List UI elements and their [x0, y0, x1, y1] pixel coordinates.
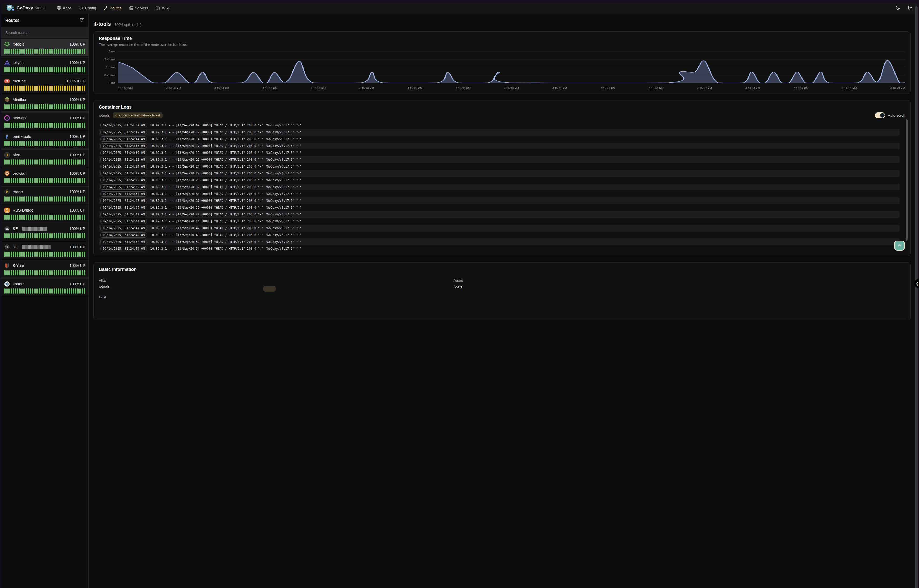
response-time-title: Response Time — [99, 36, 460, 41]
health-bar — [60, 233, 61, 238]
health-bar — [32, 86, 34, 91]
health-bar — [26, 289, 27, 294]
health-bar — [4, 270, 5, 275]
health-bar — [64, 104, 66, 109]
nav-item-servers[interactable]: Servers — [129, 6, 149, 10]
health-bar — [71, 215, 72, 220]
health-bar — [67, 86, 68, 91]
health-bar — [43, 104, 44, 109]
log-row: 09/14/2025, 01:24:42 AM10.89.3.1 - - [13… — [99, 211, 460, 218]
health-bar — [84, 67, 85, 73]
health-bar — [43, 123, 44, 128]
health-bar — [52, 215, 53, 220]
health-bar — [62, 178, 63, 183]
route-item-prowlarr[interactable]: prowlarr100% UP — [1, 168, 88, 186]
route-name: new-api — [13, 116, 27, 120]
health-bar — [30, 104, 31, 109]
route-item-plex[interactable]: plex100% UP — [1, 149, 88, 167]
nav-item-config[interactable]: Config — [79, 6, 96, 10]
health-bar — [64, 86, 66, 91]
health-bar — [69, 67, 70, 73]
search-input[interactable] — [1, 27, 88, 38]
chart-y-axis: 3 ms2.25 ms1.5 ms0.75 ms0 ms — [99, 50, 118, 85]
route-item-jellyfin[interactable]: jellyfin100% UP — [1, 57, 88, 75]
health-bar — [49, 86, 50, 91]
funnel-icon[interactable] — [79, 18, 84, 23]
health-bar — [36, 159, 38, 165]
health-bar — [21, 289, 23, 294]
health-bar — [73, 104, 74, 109]
log-timestamp: 09/14/2025, 01:24:39 AM — [100, 205, 147, 210]
log-message: 10.89.3.1 - - [13/Sep/20:27 +0000] "HEAD… — [150, 171, 302, 175]
health-bar — [84, 141, 85, 146]
basic-information-card: Basic Information Alias it-tools Agent N… — [93, 262, 460, 294]
nav-item-routes[interactable]: Routes — [103, 6, 122, 10]
health-bar — [77, 141, 79, 146]
health-bar — [62, 86, 63, 91]
health-bar — [56, 270, 57, 275]
route-item-metube[interactable]: metube100% IDLE — [1, 76, 88, 93]
health-bar — [11, 289, 12, 294]
log-timestamp: 09/14/2025, 01:24:17 AM — [100, 143, 147, 149]
route-item-it-tools[interactable]: it-tools100% UP — [1, 39, 88, 57]
health-bar — [36, 49, 38, 54]
health-bar — [15, 86, 16, 91]
health-bar — [54, 104, 55, 109]
health-bar — [34, 86, 36, 91]
uptime-text: 100% uptime (1h) — [115, 23, 142, 27]
route-item-miniflux[interactable]: Miniflux100% UP — [1, 94, 88, 112]
log-row: 09/14/2025, 01:24:09 AM10.89.3.1 - - [13… — [99, 122, 460, 129]
health-bar — [13, 289, 14, 294]
health-bar — [62, 270, 63, 275]
route-name: omni-tools — [13, 134, 31, 139]
health-bar — [32, 178, 34, 183]
health-bar — [21, 196, 23, 202]
health-bar — [23, 215, 25, 220]
app-window: GoDoxy v0.18.0 AppsConfigRoutesServersWi… — [1, 3, 460, 294]
health-bar — [36, 86, 38, 91]
health-bar — [84, 215, 85, 220]
route-item-sonarr[interactable]: sonarr100% UP — [1, 278, 88, 294]
route-item-radarr[interactable]: radarr100% UP — [1, 186, 88, 204]
health-bar — [15, 289, 16, 294]
health-bar — [56, 215, 57, 220]
route-name: prowlarr — [13, 171, 27, 176]
health-bar — [8, 141, 10, 146]
health-bar — [41, 123, 42, 128]
health-bar — [4, 104, 5, 109]
health-bar — [77, 178, 79, 183]
route-status: 100% UP — [69, 282, 85, 286]
x-axis-tick: 4:14:53 PM — [118, 87, 132, 91]
route-item-new-api[interactable]: new-api100% UP — [1, 113, 88, 130]
health-bar — [21, 178, 23, 183]
route-item-omni-tools[interactable]: omni-tools100% UP — [1, 131, 88, 149]
health-bar — [28, 289, 29, 294]
health-bar — [47, 49, 48, 54]
log-message: 10.89.3.1 - - [13/Sep/20:52 +0000] "HEAD… — [150, 240, 302, 244]
log-timestamp: 09/14/2025, 01:24:09 AM — [100, 123, 147, 128]
route-item-rss-bridge[interactable]: rssBridge RSS-Bridge100% UP — [1, 205, 88, 222]
nav-item-apps[interactable]: Apps — [57, 6, 72, 10]
nav-item-wiki[interactable]: Wiki — [155, 6, 169, 10]
log-message: 10.89.3.1 - - [13/Sep/20:47 +0000] "HEAD… — [150, 226, 302, 230]
health-bar — [36, 178, 38, 183]
health-bar — [13, 233, 14, 238]
health-bar — [21, 215, 23, 220]
health-bar — [79, 289, 81, 294]
health-bar — [69, 289, 70, 294]
health-bar — [8, 86, 10, 91]
health-bar — [26, 104, 27, 109]
health-bar — [52, 252, 53, 257]
route-item-se[interactable]: SE SE100% UP — [1, 223, 88, 241]
health-bar — [82, 123, 83, 128]
health-bar — [77, 196, 79, 202]
health-bar — [56, 289, 57, 294]
health-bar — [84, 123, 85, 128]
route-item-se[interactable]: SE SE100% UP — [1, 242, 88, 259]
container-image-badge: ghcr.io/corentinth/it-tools:latest — [113, 113, 163, 118]
route-item-siyuan[interactable]: SiYuan100% UP — [1, 260, 88, 278]
health-bar — [45, 104, 46, 109]
health-bar — [34, 178, 36, 183]
health-bar — [32, 123, 34, 128]
navbar: GoDoxy v0.18.0 AppsConfigRoutesServersWi… — [1, 3, 460, 14]
